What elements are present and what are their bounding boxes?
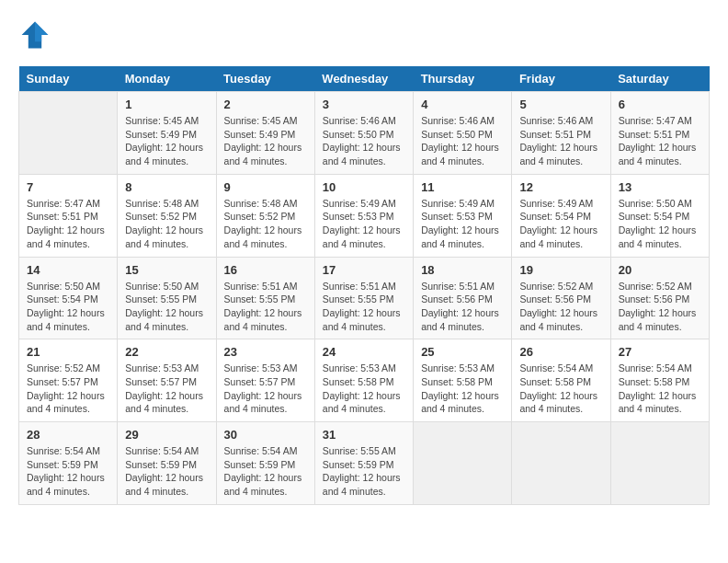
calendar-cell: 3Sunrise: 5:46 AM Sunset: 5:50 PM Daylig… <box>314 92 413 175</box>
day-number: 28 <box>27 428 109 442</box>
calendar-cell: 9Sunrise: 5:48 AM Sunset: 5:52 PM Daylig… <box>216 174 314 257</box>
calendar-cell: 23Sunrise: 5:53 AM Sunset: 5:57 PM Dayli… <box>216 339 314 422</box>
day-number: 16 <box>224 263 307 277</box>
day-number: 23 <box>224 345 307 359</box>
day-number: 27 <box>619 345 701 359</box>
weekday-header-sunday: Sunday <box>19 66 118 92</box>
day-number: 29 <box>125 428 208 442</box>
day-number: 13 <box>619 180 701 194</box>
calendar-cell: 31Sunrise: 5:55 AM Sunset: 5:59 PM Dayli… <box>314 422 413 505</box>
day-info: Sunrise: 5:46 AM Sunset: 5:50 PM Dayligh… <box>323 114 405 168</box>
weekday-header-monday: Monday <box>118 66 216 92</box>
day-number: 22 <box>125 345 208 359</box>
calendar-cell <box>19 92 118 175</box>
day-info: Sunrise: 5:48 AM Sunset: 5:52 PM Dayligh… <box>125 197 208 251</box>
day-info: Sunrise: 5:51 AM Sunset: 5:55 PM Dayligh… <box>323 280 405 334</box>
day-number: 14 <box>27 263 109 277</box>
day-info: Sunrise: 5:54 AM Sunset: 5:59 PM Dayligh… <box>27 444 109 499</box>
page-header <box>18 18 710 52</box>
day-number: 25 <box>421 345 504 359</box>
day-number: 7 <box>27 180 109 194</box>
day-info: Sunrise: 5:47 AM Sunset: 5:51 PM Dayligh… <box>27 197 109 251</box>
day-number: 20 <box>619 263 701 277</box>
calendar-cell: 20Sunrise: 5:52 AM Sunset: 5:56 PM Dayli… <box>610 257 709 339</box>
calendar-cell: 17Sunrise: 5:51 AM Sunset: 5:55 PM Dayli… <box>314 257 413 339</box>
day-info: Sunrise: 5:50 AM Sunset: 5:54 PM Dayligh… <box>619 197 701 251</box>
calendar-cell: 30Sunrise: 5:54 AM Sunset: 5:59 PM Dayli… <box>216 422 314 505</box>
calendar-cell: 11Sunrise: 5:49 AM Sunset: 5:53 PM Dayli… <box>414 174 512 257</box>
day-number: 15 <box>125 263 208 277</box>
day-number: 19 <box>519 263 602 277</box>
day-info: Sunrise: 5:54 AM Sunset: 5:58 PM Dayligh… <box>619 362 701 416</box>
day-info: Sunrise: 5:53 AM Sunset: 5:58 PM Dayligh… <box>421 362 504 416</box>
calendar-cell: 1Sunrise: 5:45 AM Sunset: 5:49 PM Daylig… <box>118 92 216 175</box>
calendar-cell <box>414 422 512 505</box>
weekday-header-tuesday: Tuesday <box>216 66 314 92</box>
calendar-week-row: 1Sunrise: 5:45 AM Sunset: 5:49 PM Daylig… <box>19 92 710 175</box>
day-info: Sunrise: 5:48 AM Sunset: 5:52 PM Dayligh… <box>224 197 307 251</box>
calendar-cell: 4Sunrise: 5:46 AM Sunset: 5:50 PM Daylig… <box>414 92 512 175</box>
calendar-cell: 22Sunrise: 5:53 AM Sunset: 5:57 PM Dayli… <box>118 339 216 422</box>
calendar-week-row: 14Sunrise: 5:50 AM Sunset: 5:54 PM Dayli… <box>19 257 710 339</box>
day-number: 17 <box>323 263 405 277</box>
calendar-cell: 16Sunrise: 5:51 AM Sunset: 5:55 PM Dayli… <box>216 257 314 339</box>
calendar-week-row: 21Sunrise: 5:52 AM Sunset: 5:57 PM Dayli… <box>19 339 710 422</box>
weekday-header-row: SundayMondayTuesdayWednesdayThursdayFrid… <box>19 66 710 92</box>
day-number: 6 <box>619 98 701 111</box>
day-number: 30 <box>224 428 307 442</box>
day-info: Sunrise: 5:49 AM Sunset: 5:54 PM Dayligh… <box>519 197 602 251</box>
calendar-cell: 15Sunrise: 5:50 AM Sunset: 5:55 PM Dayli… <box>118 257 216 339</box>
day-info: Sunrise: 5:49 AM Sunset: 5:53 PM Dayligh… <box>323 197 405 251</box>
day-number: 31 <box>323 428 405 442</box>
day-number: 10 <box>323 180 405 194</box>
day-number: 11 <box>421 180 504 194</box>
calendar-cell: 6Sunrise: 5:47 AM Sunset: 5:51 PM Daylig… <box>610 92 709 175</box>
weekday-header-wednesday: Wednesday <box>314 66 413 92</box>
day-number: 8 <box>125 180 208 194</box>
svg-marker-1 <box>35 22 48 42</box>
day-number: 9 <box>224 180 307 194</box>
day-info: Sunrise: 5:46 AM Sunset: 5:51 PM Dayligh… <box>519 114 602 168</box>
day-info: Sunrise: 5:53 AM Sunset: 5:57 PM Dayligh… <box>224 362 307 416</box>
day-number: 18 <box>421 263 504 277</box>
calendar-week-row: 28Sunrise: 5:54 AM Sunset: 5:59 PM Dayli… <box>19 422 710 505</box>
calendar-cell: 25Sunrise: 5:53 AM Sunset: 5:58 PM Dayli… <box>414 339 512 422</box>
day-number: 24 <box>323 345 405 359</box>
calendar-cell: 13Sunrise: 5:50 AM Sunset: 5:54 PM Dayli… <box>610 174 709 257</box>
day-number: 1 <box>125 98 208 111</box>
calendar-table: SundayMondayTuesdayWednesdayThursdayFrid… <box>18 66 710 505</box>
weekday-header-saturday: Saturday <box>610 66 709 92</box>
calendar-cell: 8Sunrise: 5:48 AM Sunset: 5:52 PM Daylig… <box>118 174 216 257</box>
day-info: Sunrise: 5:46 AM Sunset: 5:50 PM Dayligh… <box>421 114 504 168</box>
day-number: 26 <box>519 345 602 359</box>
calendar-cell: 27Sunrise: 5:54 AM Sunset: 5:58 PM Dayli… <box>610 339 709 422</box>
calendar-cell: 14Sunrise: 5:50 AM Sunset: 5:54 PM Dayli… <box>19 257 118 339</box>
day-info: Sunrise: 5:51 AM Sunset: 5:55 PM Dayligh… <box>224 280 307 334</box>
calendar-cell: 19Sunrise: 5:52 AM Sunset: 5:56 PM Dayli… <box>512 257 610 339</box>
day-info: Sunrise: 5:55 AM Sunset: 5:59 PM Dayligh… <box>323 444 405 499</box>
calendar-cell: 12Sunrise: 5:49 AM Sunset: 5:54 PM Dayli… <box>512 174 610 257</box>
day-info: Sunrise: 5:49 AM Sunset: 5:53 PM Dayligh… <box>421 197 504 251</box>
calendar-cell: 7Sunrise: 5:47 AM Sunset: 5:51 PM Daylig… <box>19 174 118 257</box>
calendar-cell: 29Sunrise: 5:54 AM Sunset: 5:59 PM Dayli… <box>118 422 216 505</box>
day-info: Sunrise: 5:52 AM Sunset: 5:56 PM Dayligh… <box>519 280 602 334</box>
calendar-cell: 26Sunrise: 5:54 AM Sunset: 5:58 PM Dayli… <box>512 339 610 422</box>
day-info: Sunrise: 5:53 AM Sunset: 5:58 PM Dayligh… <box>323 362 405 416</box>
day-info: Sunrise: 5:47 AM Sunset: 5:51 PM Dayligh… <box>619 114 701 168</box>
day-info: Sunrise: 5:54 AM Sunset: 5:59 PM Dayligh… <box>125 444 208 499</box>
day-info: Sunrise: 5:50 AM Sunset: 5:55 PM Dayligh… <box>125 280 208 334</box>
day-number: 4 <box>421 98 504 111</box>
weekday-header-thursday: Thursday <box>414 66 512 92</box>
day-info: Sunrise: 5:51 AM Sunset: 5:56 PM Dayligh… <box>421 280 504 334</box>
day-number: 3 <box>323 98 405 111</box>
day-info: Sunrise: 5:54 AM Sunset: 5:59 PM Dayligh… <box>224 444 307 499</box>
calendar-cell: 21Sunrise: 5:52 AM Sunset: 5:57 PM Dayli… <box>19 339 118 422</box>
day-info: Sunrise: 5:53 AM Sunset: 5:57 PM Dayligh… <box>125 362 208 416</box>
calendar-cell: 5Sunrise: 5:46 AM Sunset: 5:51 PM Daylig… <box>512 92 610 175</box>
day-number: 12 <box>519 180 602 194</box>
day-info: Sunrise: 5:45 AM Sunset: 5:49 PM Dayligh… <box>224 114 307 168</box>
day-number: 21 <box>27 345 109 359</box>
calendar-cell: 10Sunrise: 5:49 AM Sunset: 5:53 PM Dayli… <box>314 174 413 257</box>
calendar-cell <box>512 422 610 505</box>
calendar-cell: 28Sunrise: 5:54 AM Sunset: 5:59 PM Dayli… <box>19 422 118 505</box>
